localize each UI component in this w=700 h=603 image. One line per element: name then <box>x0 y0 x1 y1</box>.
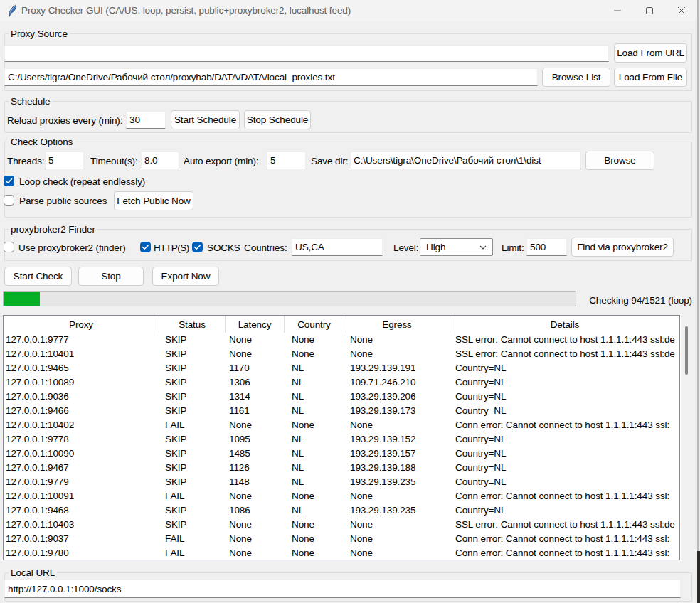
cell-egress: None <box>344 347 450 361</box>
start-schedule-button[interactable]: Start Schedule <box>171 110 240 129</box>
column-header-country[interactable]: Country <box>285 316 344 333</box>
local-url-input[interactable]: http://127.0.0.1:1000/socks <box>4 580 681 598</box>
save-dir-label: Save dir: <box>311 156 348 166</box>
auto-export-input[interactable]: 5 <box>267 151 306 169</box>
table-right-gap <box>680 315 681 561</box>
cell-details: Conn error: Cannot connect to host 1.1.1… <box>450 546 679 560</box>
table-row[interactable]: 127.0.0.1:10402FAILNoneNoneNoneConn erro… <box>4 418 679 432</box>
cell-details: SSL error: Cannot connect to host 1.1.1.… <box>450 347 679 361</box>
cell-latency: None <box>226 546 285 560</box>
cell-details: Country=NL <box>450 503 679 518</box>
cell-latency: 1485 <box>226 447 285 461</box>
find-via-proxybroker2-button[interactable]: Find via proxybroker2 <box>571 238 674 257</box>
cell-details: Conn error: Cannot connect to host 1.1.1… <box>450 489 679 503</box>
window-edge-border <box>697 0 699 603</box>
cell-egress: None <box>344 333 450 347</box>
threads-input[interactable]: 5 <box>45 151 84 169</box>
table-row[interactable]: 127.0.0.1:9037FAILNoneNoneNoneConn error… <box>4 532 679 546</box>
schedule-label: Schedule <box>9 96 53 107</box>
python-feather-icon <box>7 5 18 17</box>
column-header-egress[interactable]: Egress <box>344 316 450 333</box>
column-header-latency[interactable]: Latency <box>226 316 285 333</box>
table-row[interactable]: 127.0.0.1:9467SKIP1126NL193.29.139.188Co… <box>4 461 679 475</box>
column-header-status[interactable]: Status <box>159 316 226 333</box>
cell-egress: 193.29.139.206 <box>344 390 450 404</box>
countries-input[interactable]: US,CA <box>292 238 383 256</box>
column-header-proxy[interactable]: Proxy <box>4 316 159 333</box>
start-check-button[interactable]: Start Check <box>4 267 72 286</box>
stop-button[interactable]: Stop <box>78 267 144 286</box>
limit-input[interactable]: 500 <box>526 238 567 256</box>
cell-proxy: 127.0.0.1:10090 <box>4 447 159 461</box>
close-button[interactable] <box>677 0 686 21</box>
table-row[interactable]: 127.0.0.1:9777SKIPNoneNoneNoneSSL error:… <box>4 333 679 347</box>
cell-latency: None <box>226 532 285 546</box>
cell-country: None <box>285 532 344 546</box>
table-row[interactable]: 127.0.0.1:9779SKIP1148NL193.29.139.235Co… <box>4 475 679 489</box>
level-select[interactable]: High <box>420 238 493 256</box>
socks-checkbox[interactable] <box>192 242 203 252</box>
auto-export-label: Auto export (min): <box>184 156 259 166</box>
table-row[interactable]: 127.0.0.1:10089SKIP1306NL109.71.246.210C… <box>4 375 679 390</box>
http-checkbox[interactable] <box>140 242 151 252</box>
cell-latency: 1314 <box>226 390 285 404</box>
use-finder-checkbox[interactable] <box>4 242 14 252</box>
desktop-behind-window <box>697 551 700 603</box>
limit-label: Limit: <box>502 242 524 253</box>
cell-latency: 1095 <box>226 432 285 447</box>
load-from-file-button[interactable]: Load From File <box>614 68 687 87</box>
url-input[interactable] <box>4 45 609 62</box>
cell-egress: None <box>344 489 450 503</box>
table-row[interactable]: 127.0.0.1:9465SKIP1170NL193.29.139.191Co… <box>4 361 679 375</box>
minimize-button[interactable] <box>612 0 622 21</box>
cell-country: None <box>285 418 344 432</box>
stop-schedule-button[interactable]: Stop Schedule <box>244 110 311 129</box>
column-header-details[interactable]: Details <box>450 316 679 333</box>
table-row[interactable]: 127.0.0.1:9466SKIP1161NL193.29.139.173Co… <box>4 404 679 418</box>
table-row[interactable]: 127.0.0.1:10091FAILNoneNoneNoneConn erro… <box>4 489 679 503</box>
table-row[interactable]: 127.0.0.1:10090SKIP1485NL193.29.139.157C… <box>4 447 679 461</box>
cell-country: NL <box>285 390 344 404</box>
cell-egress: None <box>344 546 450 560</box>
table-row[interactable]: 127.0.0.1:10401SKIPNoneNoneNoneSSL error… <box>4 347 679 361</box>
cell-status: SKIP <box>159 333 226 347</box>
finder-label: proxybroker2 Finder <box>9 224 97 235</box>
browse-button[interactable]: Browse <box>585 151 654 170</box>
cell-proxy: 127.0.0.1:10403 <box>4 518 159 532</box>
table-row[interactable]: 127.0.0.1:9468SKIP1086NL193.29.139.235Co… <box>4 503 679 518</box>
cell-status: FAIL <box>159 546 226 560</box>
cell-status: SKIP <box>159 361 226 375</box>
reload-every-label: Reload proxies every (min): <box>7 115 122 126</box>
cell-country: NL <box>285 361 344 375</box>
table-scrollbar-thumb[interactable] <box>685 326 688 375</box>
timeout-label: Timeout(s): <box>90 156 138 166</box>
export-now-button[interactable]: Export Now <box>152 267 219 286</box>
cell-details: Country=NL <box>450 447 679 461</box>
reload-every-input[interactable]: 30 <box>126 111 166 129</box>
loop-check-checkbox[interactable] <box>4 176 14 186</box>
load-from-url-button[interactable]: Load From URL <box>614 43 687 63</box>
cell-details: Country=NL <box>450 475 679 489</box>
cell-proxy: 127.0.0.1:9037 <box>4 532 159 546</box>
fetch-public-button[interactable]: Fetch Public Now <box>114 191 193 210</box>
table-row[interactable]: 127.0.0.1:9036SKIP1314NL193.29.139.206Co… <box>4 390 679 404</box>
maximize-button[interactable] <box>645 0 654 21</box>
browse-list-button[interactable]: Browse List <box>542 68 610 87</box>
cell-status: SKIP <box>159 475 226 489</box>
parse-public-checkbox[interactable] <box>4 195 14 206</box>
save-dir-input[interactable]: C:\Users\tigra\OneDrive\Рабочий стол\1\d… <box>350 151 581 169</box>
table-row[interactable]: 127.0.0.1:10403SKIPNoneNoneNoneSSL error… <box>4 518 679 532</box>
cell-proxy: 127.0.0.1:9465 <box>4 361 159 375</box>
cell-latency: 1126 <box>226 461 285 475</box>
local-url-label: Local URL <box>9 567 57 578</box>
timeout-input[interactable]: 8.0 <box>141 151 179 169</box>
cell-status: SKIP <box>159 503 226 518</box>
file-path-input[interactable]: C:/Users/tigra/OneDrive/Рабочий стол/pro… <box>4 68 538 86</box>
table-row[interactable]: 127.0.0.1:9780FAILNoneNoneNoneConn error… <box>4 546 679 560</box>
cell-latency: 1170 <box>226 361 285 375</box>
cell-status: FAIL <box>159 418 226 432</box>
cell-proxy: 127.0.0.1:9777 <box>4 333 159 347</box>
progress-fill <box>4 292 40 306</box>
table-row[interactable]: 127.0.0.1:9778SKIP1095NL193.29.139.152Co… <box>4 432 679 447</box>
cell-status: SKIP <box>159 447 226 461</box>
